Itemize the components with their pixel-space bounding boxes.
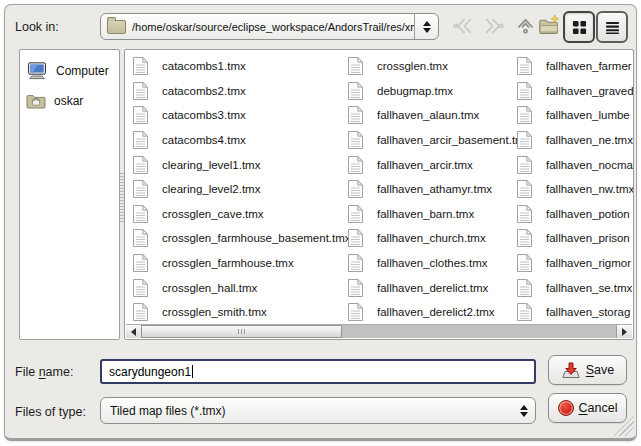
file-item[interactable]: fallhaven_lumbe [516, 103, 634, 128]
sidebar-item-label: Computer [56, 64, 109, 78]
file-item[interactable]: crossglen_farmhouse_basement.tmx [132, 226, 344, 251]
files-of-type-combo[interactable]: Tiled map files (*.tmx) [100, 397, 536, 424]
file-item[interactable]: catacombs3.tmx [132, 103, 344, 128]
file-icon [347, 130, 364, 150]
file-item-label: fallhaven_church.tmx [377, 232, 486, 244]
file-item[interactable]: debugmap.tmx [347, 79, 515, 104]
file-item[interactable]: fallhaven_storag [516, 300, 634, 325]
file-item[interactable]: fallhaven_farmer [516, 54, 634, 79]
file-icon [516, 130, 533, 150]
save-button[interactable]: Save [548, 355, 627, 385]
forward-button [482, 14, 506, 38]
file-icon [132, 130, 149, 150]
file-item[interactable]: fallhaven_church.tmx [347, 226, 515, 251]
file-item[interactable]: fallhaven_derelict.tmx [347, 275, 515, 300]
file-icon [132, 105, 149, 125]
horizontal-scrollbar[interactable] [126, 324, 632, 338]
file-name-label: File name: [15, 360, 73, 384]
file-icon [516, 302, 533, 322]
file-item-label: fallhaven_ne.tmx [546, 134, 633, 146]
folder-icon [107, 20, 126, 34]
file-item-label: fallhaven_clothes.tmx [377, 257, 488, 269]
file-list-panel: catacombs1.tmxcatacombs2.tmxcatacombs3.t… [124, 49, 634, 340]
files-of-type-label: Files of type: [15, 399, 86, 425]
back-icon [452, 15, 474, 37]
file-icon [347, 179, 364, 199]
file-item[interactable]: fallhaven_barn.tmx [347, 202, 515, 227]
file-item-label: crossglen_hall.tmx [162, 282, 257, 294]
save-button-label: Save [586, 363, 615, 377]
file-item-label: crossglen_farmhouse.tmx [162, 257, 294, 269]
file-icon [347, 253, 364, 273]
file-item[interactable]: fallhaven_arcir_basement.tmx [347, 128, 515, 153]
file-item[interactable]: crossglen_cave.tmx [132, 202, 344, 227]
look-in-label: Look in: [15, 14, 59, 40]
list-view-icon [605, 20, 620, 35]
file-item-label: crossglen_cave.tmx [162, 208, 264, 220]
cancel-button[interactable]: Cancel [548, 393, 627, 423]
file-name-input[interactable]: scarydungeon1 [100, 359, 536, 384]
file-item[interactable]: crossglen_hall.tmx [132, 275, 344, 300]
file-item[interactable]: fallhaven_potion [516, 202, 634, 227]
scroll-left-button[interactable] [126, 325, 142, 338]
sidebar-item-label: oskar [54, 94, 83, 108]
cancel-stop-icon [558, 400, 574, 416]
file-item[interactable]: catacombs1.tmx [132, 54, 344, 79]
file-item[interactable]: fallhaven_ne.tmx [516, 128, 634, 153]
file-item[interactable]: fallhaven_rigmor [516, 251, 634, 276]
file-icon [516, 179, 533, 199]
look-in-combo[interactable]: /home/oskar/source/eclipse_workspace/And… [100, 13, 439, 40]
file-item-label: fallhaven_se.tmx [546, 282, 632, 294]
file-item-label: crossglen_farmhouse_basement.tmx [162, 232, 351, 244]
file-icon [347, 105, 364, 125]
file-item[interactable]: crossglen_farmhouse.tmx [132, 251, 344, 276]
file-icon [132, 81, 149, 101]
file-item[interactable]: fallhaven_prison [516, 226, 634, 251]
combo-spinner-icon[interactable] [414, 14, 438, 39]
file-icon [132, 253, 149, 273]
cancel-button-label: Cancel [579, 401, 618, 415]
file-icon [347, 204, 364, 224]
file-item[interactable]: fallhaven_nw.tmx [516, 177, 634, 202]
files-of-type-value: Tiled map files (*.tmx) [110, 404, 512, 418]
file-item[interactable]: fallhaven_alaun.tmx [347, 103, 515, 128]
file-item-label: debugmap.tmx [377, 85, 453, 97]
file-item[interactable]: fallhaven_clothes.tmx [347, 251, 515, 276]
file-item-label: fallhaven_potion [546, 208, 630, 220]
file-item[interactable]: crossglen_smith.tmx [132, 300, 344, 325]
file-icon [132, 278, 149, 298]
combo-spinner-icon[interactable] [512, 398, 535, 423]
file-item-label: fallhaven_rigmor [546, 257, 631, 269]
file-item[interactable]: fallhaven_athamyr.tmx [347, 177, 515, 202]
up-folder-button[interactable] [513, 14, 537, 38]
scroll-right-button[interactable] [616, 325, 632, 338]
file-item-label: fallhaven_arcir_basement.tmx [377, 134, 530, 146]
sidebar-item-oskar[interactable]: oskar [20, 86, 119, 116]
file-item[interactable]: fallhaven_nocma [516, 152, 634, 177]
file-icon [347, 155, 364, 175]
file-item-label: catacombs2.tmx [162, 85, 246, 97]
new-folder-button[interactable] [536, 13, 562, 39]
grid-view-button[interactable] [563, 11, 595, 43]
file-item[interactable]: crossglen.tmx [347, 54, 515, 79]
list-view-button[interactable] [596, 11, 628, 43]
file-icon [132, 204, 149, 224]
file-item[interactable]: clearing_level1.tmx [132, 152, 344, 177]
file-item[interactable]: fallhaven_arcir.tmx [347, 152, 515, 177]
file-item[interactable]: fallhaven_se.tmx [516, 275, 634, 300]
computer-icon [26, 62, 48, 80]
arrow-right-icon [622, 328, 627, 336]
file-item[interactable]: catacombs4.tmx [132, 128, 344, 153]
file-item[interactable]: fallhaven_graved [516, 79, 634, 104]
sidebar-item-computer[interactable]: Computer [20, 56, 119, 86]
file-item[interactable]: catacombs2.tmx [132, 79, 344, 104]
file-item[interactable]: fallhaven_derelict2.tmx [347, 300, 515, 325]
file-item-label: fallhaven_lumbe [546, 109, 630, 121]
file-item-label: fallhaven_alaun.tmx [377, 109, 479, 121]
file-item-label: catacombs4.tmx [162, 134, 246, 146]
file-icon [347, 56, 364, 76]
file-icon [516, 278, 533, 298]
file-item-label: fallhaven_farmer [546, 60, 632, 72]
scrollbar-thumb[interactable] [141, 325, 342, 338]
file-item[interactable]: clearing_level2.tmx [132, 177, 344, 202]
